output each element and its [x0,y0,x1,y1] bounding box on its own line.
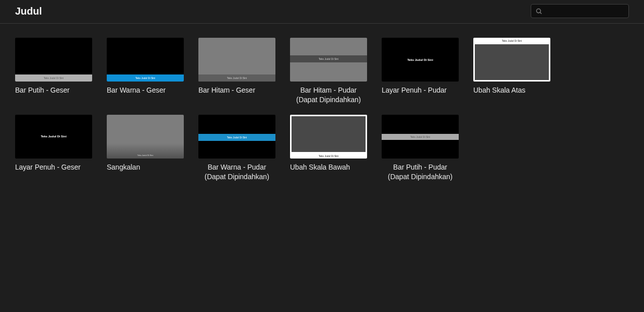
bar-bottom: Teks Judul Di Sini [198,74,275,82]
thumbnail: Teks Judul Di Sini [198,38,275,82]
bottom-text: Teks Judul Di Sini [290,154,367,158]
title-tile-bar-hitam-pudar[interactable]: Teks Judul Di Sini Bar Hitam - Pudar (Da… [290,38,367,105]
sample-text: Teks Judul Di Sini [410,135,430,138]
tile-label: Layar Penuh - Pudar [382,86,459,95]
svg-point-0 [537,9,541,13]
thumbnail: Teks Judul Di Sini [15,38,92,82]
bar-middle: Teks Judul Di Sini [382,134,459,140]
thumbnail: Teks Judul Di Sini [290,38,367,82]
title-tile-ubah-skala-bawah[interactable]: Teks Judul Di Sini Ubah Skala Bawah [290,115,367,172]
thumbnail: Teks Judul Di Sini [382,115,459,159]
sample-text: Teks Judul Di Sini [319,154,338,158]
thumbnail: Teks Judul Di Sini [473,38,550,82]
header-bar: Judul [0,0,644,24]
thumbnail: Teks Judul Di Sini [198,115,275,159]
sample-text: Teks Judul Di Sini [227,136,247,139]
tile-label: Bar Hitam - Geser [198,86,275,95]
sample-text: Teks Judul Di Sini [502,39,522,42]
bar-middle: Teks Judul Di Sini [290,55,367,62]
title-tile-bar-putih-pudar[interactable]: Teks Judul Di Sini Bar Putih - Pudar (Da… [382,115,459,182]
center-text: Teks Judul Di Sini [382,38,459,82]
thumbnail: Teks Judul Di Sini [290,115,367,159]
search-field[interactable] [531,4,629,18]
tile-label: Bar Hitam - Pudar (Dapat Dipindahkan) [290,86,367,105]
page-title: Judul [15,6,42,17]
sample-text: Teks Judul Di Sini [407,58,433,61]
sample-text: Teks Judul Di Sini [227,76,247,80]
title-tile-bar-putih-geser[interactable]: Teks Judul Di Sini Bar Putih - Geser [15,38,92,95]
tile-label: Bar Putih - Pudar (Dapat Dipindahkan) [382,163,459,182]
titles-grid: Teks Judul Di Sini Bar Putih - Geser Tek… [0,24,644,196]
thumbnail: Teks Judul Di Sini [107,115,184,159]
tile-label: Bar Warna - Geser [107,86,184,95]
inner-area [292,116,366,152]
tile-label: Ubah Skala Bawah [290,163,367,172]
title-tile-layar-penuh-pudar[interactable]: Teks Judul Di Sini Layar Penuh - Pudar [382,38,459,95]
title-tile-ubah-skala-atas[interactable]: Teks Judul Di Sini Ubah Skala Atas [473,38,550,95]
search-icon [535,8,543,15]
tile-label: Layar Penuh - Geser [15,163,92,172]
gradient-bottom: Teks Judul Di Sini [107,143,184,159]
tile-label: Sangkalan [107,163,184,172]
sample-text: Teks Judul Di Sini [41,135,66,138]
thumbnail: Teks Judul Di Sini [107,38,184,82]
bar-bottom: Teks Judul Di Sini [107,74,184,82]
title-tile-layar-penuh-geser[interactable]: Teks Judul Di Sini Layar Penuh - Geser [15,115,92,172]
thumbnail: Teks Judul Di Sini [15,115,92,159]
sample-text: Teks Judul Di Sini [137,154,154,157]
sample-text: Teks Judul Di Sini [44,76,63,80]
title-tile-bar-warna-geser[interactable]: Teks Judul Di Sini Bar Warna - Geser [107,38,184,95]
thumbnail: Teks Judul Di Sini [382,38,459,82]
title-tile-sangkalan[interactable]: Teks Judul Di Sini Sangkalan [107,115,184,172]
search-input[interactable] [546,8,624,15]
center-text: Teks Judul Di Sini [15,115,92,159]
top-text: Teks Judul Di Sini [473,39,550,42]
tile-label: Bar Warna - Pudar (Dapat Dipindahkan) [198,163,275,182]
tile-label: Bar Putih - Geser [15,86,92,95]
tile-label: Ubah Skala Atas [473,86,550,95]
title-tile-bar-warna-pudar[interactable]: Teks Judul Di Sini Bar Warna - Pudar (Da… [198,115,275,182]
bar-middle: Teks Judul Di Sini [198,134,275,141]
sample-text: Teks Judul Di Sini [135,76,155,80]
bar-bottom: Teks Judul Di Sini [15,74,92,82]
title-tile-bar-hitam-geser[interactable]: Teks Judul Di Sini Bar Hitam - Geser [198,38,275,95]
inner-area [475,44,549,80]
svg-line-1 [540,12,542,14]
sample-text: Teks Judul Di Sini [319,57,338,60]
